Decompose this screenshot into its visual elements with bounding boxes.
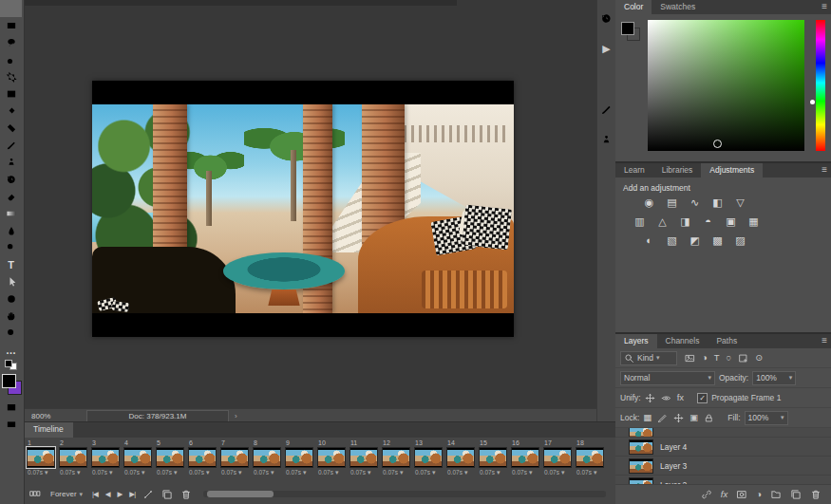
tween-icon[interactable] <box>142 489 154 500</box>
clone-source-icon[interactable] <box>598 131 615 148</box>
layer-row[interactable]: Layer 4 <box>615 438 831 457</box>
previous-frame-icon[interactable]: ◀ <box>105 491 110 498</box>
add-mask-icon[interactable] <box>736 489 747 500</box>
vibrance-icon[interactable]: ▽ <box>733 196 747 209</box>
frame-duration[interactable]: 0.07s▾ <box>576 468 604 476</box>
status-menu-arrow-icon[interactable]: › <box>235 412 237 420</box>
frame-thumbnail[interactable] <box>382 447 410 468</box>
exposure-icon[interactable]: ◧ <box>710 196 725 209</box>
tool-screen-mode[interactable] <box>0 416 22 433</box>
unify-visibility-icon[interactable] <box>661 393 671 403</box>
frame-duration[interactable]: 0.07s▾ <box>123 468 152 476</box>
properties-icon[interactable] <box>598 70 615 87</box>
tool-lasso[interactable] <box>0 34 22 51</box>
tool-crop[interactable] <box>0 68 22 85</box>
delete-frame-icon[interactable] <box>180 489 192 500</box>
threshold-icon[interactable]: ◩ <box>688 234 702 247</box>
tool-edit-toolbar[interactable]: … <box>0 342 22 359</box>
color-field[interactable] <box>648 20 804 151</box>
new-group-icon[interactable] <box>770 489 782 500</box>
shape-layer-filter-icon[interactable]: ○ <box>727 353 732 364</box>
tab-timeline[interactable]: Timeline <box>24 422 73 438</box>
frame-duration[interactable]: 0.07s▾ <box>382 468 410 476</box>
tool-ellipse-shape[interactable] <box>0 290 22 308</box>
new-adjustment-icon[interactable]: ◑ <box>756 490 762 499</box>
new-layer-icon[interactable] <box>790 489 802 500</box>
document-canvas[interactable] <box>92 81 514 337</box>
unify-style-icon[interactable]: fx <box>677 393 684 403</box>
frame-8[interactable]: 80.07s▾ <box>253 439 281 485</box>
frame-duration[interactable]: 0.07s▾ <box>349 468 378 476</box>
tab-channels[interactable]: Channels <box>657 334 708 348</box>
color-balance-icon[interactable]: △ <box>655 215 670 228</box>
frame-thumbnail[interactable] <box>123 447 152 468</box>
frame-thumbnail[interactable] <box>59 447 87 468</box>
hue-saturation-icon[interactable]: ▥ <box>633 215 647 228</box>
filter-toggle-icon[interactable]: ⊙ <box>755 353 763 364</box>
tab-layers[interactable]: Layers <box>615 334 657 348</box>
selective-color-icon[interactable]: ▨ <box>733 234 747 247</box>
frame-thumbnail[interactable] <box>253 447 281 468</box>
panel-menu-icon[interactable]: ≡ <box>822 164 827 175</box>
frame-thumbnail[interactable] <box>543 447 572 468</box>
frame-thumbnail[interactable] <box>285 447 313 468</box>
layer-name[interactable]: Layer 3 <box>660 461 687 471</box>
color-field-marker[interactable] <box>713 140 722 148</box>
frame-3[interactable]: 30.07s▾ <box>91 439 120 485</box>
frame-thumbnail[interactable] <box>27 447 55 468</box>
tool-type[interactable]: T <box>0 256 22 273</box>
frame-thumbnail[interactable] <box>188 447 217 468</box>
tool-spot-healing-brush[interactable] <box>0 120 22 137</box>
brush-settings-icon[interactable] <box>598 101 615 118</box>
layer-thumbnail[interactable] <box>629 477 653 485</box>
invert-icon[interactable]: ◐ <box>642 234 656 247</box>
layer-thumbnail[interactable] <box>629 439 653 455</box>
tool-rectangular-marquee[interactable] <box>0 17 22 34</box>
posterize-icon[interactable]: ▧ <box>665 234 679 247</box>
fill-select[interactable]: 100% ▾ <box>745 411 788 425</box>
frame-duration[interactable]: 0.07s▾ <box>543 468 572 476</box>
black-white-icon[interactable]: ◨ <box>678 215 692 228</box>
gradient-map-icon[interactable]: ▩ <box>710 234 725 247</box>
pixel-layer-filter-icon[interactable] <box>685 353 695 364</box>
hue-slider[interactable] <box>816 20 825 151</box>
frame-12[interactable]: 120.07s▾ <box>382 439 410 485</box>
frame-15[interactable]: 150.07s▾ <box>479 439 507 485</box>
play-icon[interactable]: ▶ <box>118 491 123 498</box>
tool-quick-selection[interactable] <box>0 51 22 68</box>
frame-13[interactable]: 130.07s▾ <box>414 439 443 485</box>
propagate-checkbox[interactable]: ✓ <box>697 393 708 403</box>
tool-dodge[interactable] <box>0 239 22 256</box>
next-frame-icon[interactable]: ▶| <box>129 491 135 498</box>
frame-17[interactable]: 170.07s▾ <box>543 439 572 485</box>
actions-play-icon[interactable]: ▶ <box>598 40 615 57</box>
frame-thumbnail[interactable] <box>576 447 604 468</box>
frame-duration[interactable]: 0.07s▾ <box>59 468 87 476</box>
frame-11[interactable]: 110.07s▾ <box>349 439 378 485</box>
frame-thumbnail[interactable] <box>349 447 378 468</box>
frame-thumbnail[interactable] <box>414 447 443 468</box>
frame-duration[interactable]: 0.07s▾ <box>188 468 217 476</box>
tool-hand[interactable] <box>0 308 22 325</box>
tool-history-brush[interactable] <box>0 171 22 188</box>
tab-color[interactable]: Color <box>615 0 652 14</box>
frame-duration[interactable]: 0.07s▾ <box>91 468 120 476</box>
frame-duration[interactable]: 0.07s▾ <box>285 468 313 476</box>
tool-quick-mask[interactable] <box>0 399 22 416</box>
tool-eyedropper[interactable] <box>0 103 22 120</box>
frame-10[interactable]: 100.07s▾ <box>317 439 346 485</box>
color-lookup-icon[interactable]: ▦ <box>746 215 761 228</box>
tool-eraser[interactable] <box>0 188 22 205</box>
tool-path-selection[interactable] <box>0 273 22 290</box>
panel-menu-icon[interactable]: ≡ <box>822 335 827 345</box>
first-frame-icon[interactable]: |◀ <box>92 491 98 498</box>
lock-position-icon[interactable] <box>673 413 684 423</box>
frame-2[interactable]: 20.07s▾ <box>59 439 87 485</box>
channel-mixer-icon[interactable]: ▣ <box>724 215 738 228</box>
smart-object-filter-icon[interactable] <box>738 353 748 364</box>
frame-thumbnail[interactable] <box>156 447 184 468</box>
color-swatches[interactable] <box>0 372 22 397</box>
zoom-level[interactable]: 800% <box>31 412 69 420</box>
levels-icon[interactable]: ▤ <box>665 196 679 209</box>
document-tab[interactable] <box>24 0 457 6</box>
